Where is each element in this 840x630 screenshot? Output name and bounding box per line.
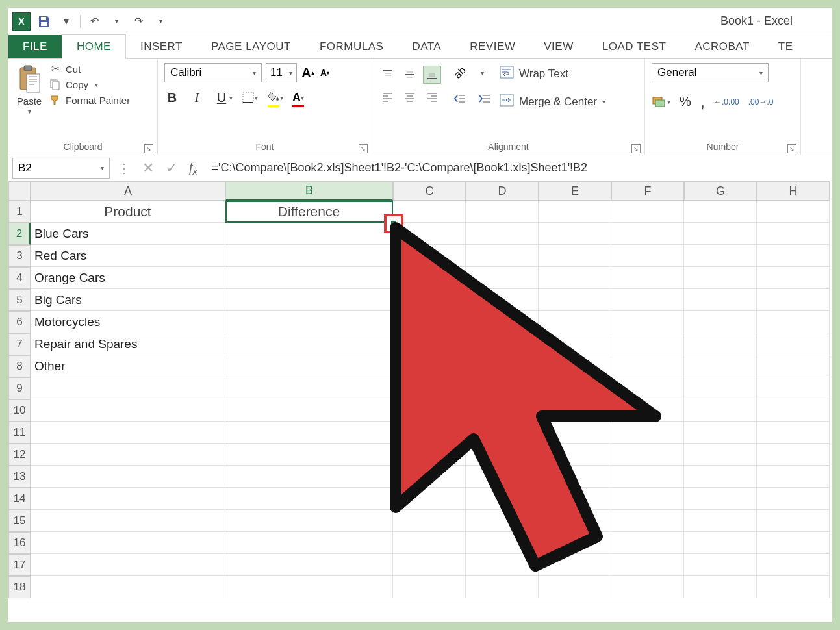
save-icon[interactable] — [36, 13, 53, 30]
cell-H15[interactable] — [757, 510, 830, 532]
cell-G2[interactable] — [684, 223, 757, 245]
percent-button[interactable]: % — [680, 94, 691, 109]
underline-button[interactable]: U ▾ — [214, 89, 233, 106]
paste-dropdown-icon[interactable]: ▾ — [28, 108, 31, 115]
cell-C6[interactable] — [393, 311, 466, 333]
cell-B17[interactable] — [225, 554, 393, 576]
tab-te[interactable]: TE — [764, 35, 808, 58]
cell-C9[interactable] — [393, 377, 466, 399]
cell-D15[interactable] — [466, 510, 539, 532]
cell-G12[interactable] — [684, 444, 757, 466]
cell-H16[interactable] — [757, 532, 830, 554]
align-left-icon[interactable] — [379, 88, 397, 106]
tab-acrobat[interactable]: ACROBAT — [680, 35, 763, 58]
column-header-E[interactable]: E — [539, 181, 611, 201]
cell-C18[interactable] — [393, 576, 466, 598]
name-box-dropdown-icon[interactable]: ▾ — [101, 164, 104, 171]
paste-button[interactable]: Paste ▾ — [15, 63, 44, 116]
column-header-D[interactable]: D — [466, 181, 539, 201]
cell-H1[interactable] — [757, 201, 830, 223]
row-header-17[interactable]: 17 — [8, 554, 31, 576]
cell-E9[interactable] — [539, 377, 611, 399]
cell-H14[interactable] — [757, 488, 830, 510]
cell-C12[interactable] — [393, 444, 466, 466]
cell-G8[interactable] — [684, 355, 757, 377]
border-button[interactable]: ▾ — [242, 91, 258, 104]
cell-F15[interactable] — [611, 510, 684, 532]
cell-A5[interactable]: Big Cars — [31, 289, 225, 311]
row-header-12[interactable]: 12 — [8, 444, 31, 466]
cell-E7[interactable] — [539, 333, 611, 355]
cell-B18[interactable] — [225, 576, 393, 598]
decrease-indent-icon[interactable] — [450, 89, 470, 108]
cell-G3[interactable] — [684, 245, 757, 267]
cell-H9[interactable] — [757, 377, 830, 399]
row-header-2[interactable]: 2 — [8, 223, 31, 245]
row-header-5[interactable]: 5 — [8, 289, 31, 311]
cell-A3[interactable]: Red Cars — [31, 245, 225, 267]
orientation-icon[interactable]: ab — [450, 63, 470, 82]
cell-H6[interactable] — [757, 311, 830, 333]
copy-dropdown-icon[interactable]: ▾ — [95, 81, 98, 88]
cell-A17[interactable] — [31, 554, 225, 576]
tab-home[interactable]: HOME — [62, 34, 126, 59]
cell-D8[interactable] — [466, 355, 539, 377]
cell-G10[interactable] — [684, 399, 757, 422]
cell-H2[interactable] — [757, 223, 830, 245]
cell-C16[interactable] — [393, 532, 466, 554]
cell-A9[interactable] — [31, 377, 225, 399]
number-dialog-launcher[interactable]: ↘ — [787, 144, 796, 153]
cell-E15[interactable] — [539, 510, 611, 532]
cell-C15[interactable] — [393, 510, 466, 532]
row-header-3[interactable]: 3 — [8, 245, 31, 267]
cell-D5[interactable] — [466, 289, 539, 311]
cell-E2[interactable] — [539, 223, 611, 245]
row-header-10[interactable]: 10 — [8, 399, 31, 422]
cell-C7[interactable] — [393, 333, 466, 355]
row-header-9[interactable]: 9 — [8, 377, 31, 399]
row-header-6[interactable]: 6 — [8, 311, 31, 333]
cell-G14[interactable] — [684, 488, 757, 510]
tab-review[interactable]: REVIEW — [455, 35, 529, 58]
cell-H4[interactable] — [757, 267, 830, 289]
border-dropdown-icon[interactable]: ▾ — [255, 94, 258, 101]
cell-G18[interactable] — [684, 576, 757, 598]
cell-H17[interactable] — [757, 554, 830, 576]
row-header-7[interactable]: 7 — [8, 333, 31, 355]
cell-E12[interactable] — [539, 444, 611, 466]
row-header-18[interactable]: 18 — [8, 576, 31, 598]
cell-F2[interactable] — [611, 223, 684, 245]
cell-A7[interactable]: Repair and Spares — [31, 333, 225, 355]
cell-E8[interactable] — [539, 355, 611, 377]
increase-indent-icon[interactable] — [475, 89, 494, 108]
cell-C10[interactable] — [393, 399, 466, 422]
cell-B4[interactable] — [225, 267, 393, 289]
cell-B9[interactable] — [225, 377, 393, 399]
cell-G7[interactable] — [684, 333, 757, 355]
fill-handle-highlight[interactable] — [384, 214, 403, 233]
font-color-button[interactable]: A ▾ — [292, 91, 304, 105]
cell-F8[interactable] — [611, 355, 684, 377]
cell-A13[interactable] — [31, 466, 225, 488]
undo-icon[interactable]: ↶ — [86, 13, 103, 30]
qat-dropdown-icon[interactable]: ▾ — [58, 13, 75, 30]
spreadsheet-grid[interactable]: ABCDEFGH1ProductDifference2Blue Cars3Red… — [8, 181, 832, 598]
cell-E3[interactable] — [539, 245, 611, 267]
cell-A1[interactable]: Product — [31, 201, 225, 223]
wrap-text-button[interactable]: Wrap Text — [500, 66, 605, 82]
font-dialog-launcher[interactable]: ↘ — [359, 144, 368, 153]
column-header-B[interactable]: B — [225, 181, 393, 201]
cell-H13[interactable] — [757, 466, 830, 488]
cell-E5[interactable] — [539, 289, 611, 311]
font-name-select[interactable]: Calibri ▾ — [164, 63, 262, 82]
cut-button[interactable]: ✂ Cut — [49, 63, 130, 75]
cell-D10[interactable] — [466, 399, 539, 422]
cell-F6[interactable] — [611, 311, 684, 333]
cell-E18[interactable] — [539, 576, 611, 598]
cell-A8[interactable]: Other — [31, 355, 225, 377]
decrease-decimal-button[interactable]: .00→.0 — [748, 97, 774, 107]
tab-page-layout[interactable]: PAGE LAYOUT — [197, 35, 305, 58]
row-header-14[interactable]: 14 — [8, 488, 31, 510]
tab-insert[interactable]: INSERT — [126, 35, 197, 58]
row-header-4[interactable]: 4 — [8, 267, 31, 289]
